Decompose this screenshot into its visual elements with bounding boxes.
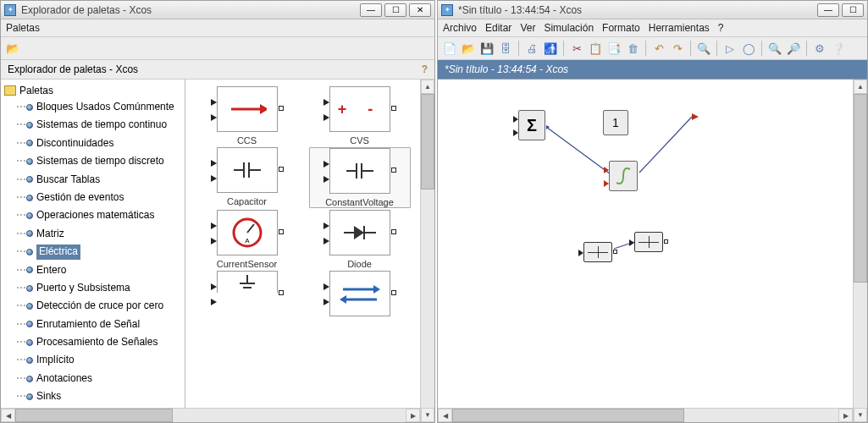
close-button[interactable]: ✕ [409, 3, 431, 17]
tree-item[interactable]: ⋯Eléctrica [1, 243, 185, 261]
zoomout-icon[interactable]: 🔎 [785, 40, 802, 57]
palette-browser-window: Explorador de paletas - Xcos — ☐ ✕ Palet… [0, 0, 435, 423]
redo-icon[interactable]: ↷ [669, 40, 686, 57]
block-thumbnail[interactable]: ACurrentSensor [196, 210, 298, 269]
tree-item-label: Bloques Usados Comúnmente [36, 100, 174, 114]
menu-herramientas[interactable]: Herramientas [649, 22, 710, 34]
canvas-tab[interactable]: *Sin título - 13:44:54 - Xcos [438, 60, 867, 80]
capacitor-block-1[interactable] [583, 242, 612, 262]
tree-item[interactable]: ⋯Operaciones matemáticas [1, 206, 185, 224]
one-block[interactable]: 1 [603, 110, 628, 135]
block-thumbnails: CCS+ -CVSCapacitorConstantVoltageACurren… [185, 80, 434, 422]
block-thumbnail[interactable]: ConstantVoltage [309, 147, 411, 208]
print-icon[interactable]: 🖨 [523, 40, 540, 57]
scroll-track-h[interactable] [684, 409, 838, 422]
integrator-block[interactable] [609, 161, 638, 191]
open-icon[interactable]: 📂 [4, 40, 21, 57]
copy-icon[interactable]: 📋 [587, 40, 604, 57]
scroll-up-icon[interactable]: ▲ [854, 80, 867, 94]
scroll-down-icon[interactable]: ▼ [421, 408, 434, 422]
maximize-button[interactable]: ☐ [384, 3, 406, 17]
block-thumbnail[interactable] [196, 271, 298, 320]
help-icon[interactable]: ? [422, 63, 428, 75]
scroll-thumb[interactable] [421, 94, 434, 190]
tree-item-label: Entero [36, 263, 66, 277]
block-thumbnail[interactable]: Capacitor [196, 147, 298, 208]
block-thumbnail[interactable]: CCS [196, 86, 298, 146]
delete-icon[interactable]: 🗑 [624, 40, 641, 57]
help-icon[interactable]: ❔ [830, 40, 847, 57]
tree-item[interactable]: ⋯Matriz [1, 225, 185, 243]
tree-item[interactable]: ⋯Entero [1, 261, 185, 279]
tree-item[interactable]: ⋯Sistemas de tiempo continuo [1, 116, 185, 134]
new-icon[interactable]: 📄 [441, 40, 458, 57]
open-icon[interactable]: 📂 [460, 40, 477, 57]
expand-icon: ⋯ [16, 371, 25, 386]
tree-item[interactable]: ⋯Procesamiento de Señales [1, 333, 185, 351]
diagram-canvas[interactable]: Σ 1 ▲ [438, 80, 867, 422]
stop-icon[interactable]: ◯ [740, 40, 757, 57]
settings-icon[interactable]: ⚙ [811, 40, 828, 57]
scroll-left-icon[interactable]: ◀ [438, 409, 452, 422]
capacitor-block-2[interactable] [634, 232, 663, 252]
maximize-button[interactable]: ☐ [842, 3, 864, 17]
tree-item[interactable]: ⋯Buscar Tablas [1, 171, 185, 189]
menu-help[interactable]: ? [718, 22, 724, 34]
tree-item[interactable]: ⋯Sistemas de tiempo discreto [1, 152, 185, 170]
menu-archivo[interactable]: Archivo [443, 22, 477, 34]
tree-item[interactable]: ⋯Implícito [1, 351, 185, 369]
titlebar[interactable]: *Sin título - 13:44:54 - Xcos — ☐ [438, 1, 867, 19]
block-thumbnail[interactable]: + -CVS [309, 86, 411, 146]
canvas-scrollbar-vertical[interactable]: ▲ ▼ [853, 80, 867, 422]
undo-icon[interactable]: ↶ [650, 40, 667, 57]
window-title: Explorador de paletas - Xcos [21, 4, 360, 16]
scroll-thumb-h[interactable] [15, 409, 173, 422]
scroll-thumb[interactable] [854, 94, 867, 283]
minimize-button[interactable]: — [360, 3, 382, 17]
save-icon[interactable]: 💾 [478, 40, 495, 57]
tree-item[interactable]: ⋯Sinks [1, 387, 185, 405]
menu-simulacion[interactable]: Simulación [544, 22, 594, 34]
scrollbar-horizontal[interactable]: ◀ ▶ [1, 408, 420, 422]
scroll-down-icon[interactable]: ▼ [854, 408, 867, 422]
tree-item[interactable]: ⋯Discontinuidades [1, 135, 185, 152]
scrollbar-vertical[interactable]: ▲ ▼ [420, 80, 434, 422]
scroll-track[interactable] [854, 283, 867, 408]
paste-icon[interactable]: 📑 [605, 40, 622, 57]
tree-item[interactable]: ⋯Gestión de eventos [1, 189, 185, 206]
menu-ver[interactable]: Ver [520, 22, 535, 34]
tree-item[interactable]: ⋯Bloques Usados Comúnmente [1, 98, 185, 116]
minimize-button[interactable]: — [817, 3, 839, 17]
fit-icon[interactable]: 🔍 [695, 40, 712, 57]
zoomin-icon[interactable]: 🔍 [766, 40, 783, 57]
tree-item[interactable]: ⋯Puerto y Subsistema [1, 279, 185, 297]
tree-item-label: Operaciones matemáticas [36, 208, 154, 222]
scroll-left-icon[interactable]: ◀ [1, 409, 15, 422]
tree-item[interactable]: ⋯Anotaciones [1, 370, 185, 387]
scroll-right-icon[interactable]: ▶ [838, 409, 853, 422]
sigma-block[interactable]: Σ [518, 110, 545, 140]
scroll-up-icon[interactable]: ▲ [421, 80, 434, 94]
expand-icon: ⋯ [16, 389, 25, 404]
canvas-scrollbar-horizontal[interactable]: ◀ ▶ [438, 408, 853, 422]
scroll-right-icon[interactable]: ▶ [406, 409, 420, 422]
scroll-track-h[interactable] [173, 409, 406, 422]
block-thumbnail[interactable] [309, 271, 411, 320]
tree-item[interactable]: ⋯Enrutamiento de Señal [1, 316, 185, 333]
bullet-icon [26, 176, 33, 183]
bullet-icon [26, 195, 33, 201]
cut-icon[interactable]: ✂ [568, 40, 585, 57]
dump-icon[interactable]: 🚮 [542, 40, 559, 57]
menu-editar[interactable]: Editar [485, 22, 511, 34]
scroll-track[interactable] [421, 190, 434, 408]
menu-formato[interactable]: Formato [602, 22, 640, 34]
play-icon[interactable]: ▷ [721, 40, 738, 57]
saveas-icon[interactable]: 🗄 [497, 40, 514, 57]
tree-item[interactable]: ⋯Detección de cruce por cero [1, 297, 185, 315]
titlebar[interactable]: Explorador de paletas - Xcos — ☐ ✕ [1, 1, 434, 19]
scroll-thumb-h[interactable] [452, 409, 684, 422]
tree-root[interactable]: Paletas [1, 83, 185, 98]
block-thumbnail[interactable]: Diode [309, 210, 411, 269]
tree-item-label: Enrutamiento de Señal [36, 317, 140, 332]
menu-paletas[interactable]: Paletas [6, 22, 40, 34]
